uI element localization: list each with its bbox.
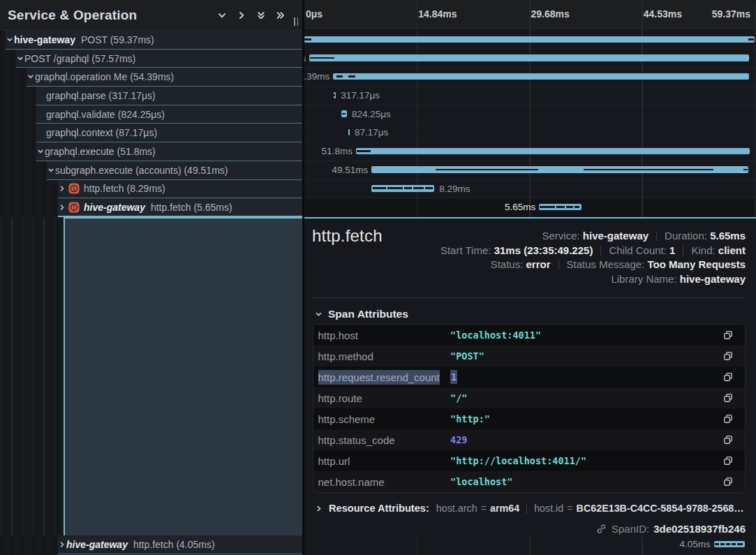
timeline-lane[interactable]: 4.05ms [304, 535, 756, 554]
span-bar[interactable] [304, 36, 755, 43]
span-detail-title: http.fetch [312, 226, 383, 246]
span-tree-row[interactable]: hive-gatewayhttp.fetch (4.05ms) [0, 535, 303, 554]
chevron-down-icon[interactable] [214, 7, 230, 24]
critical-path-mark [556, 206, 565, 208]
copy-icon[interactable] [722, 455, 734, 466]
span-name-cell: hive-gatewayPOST (59.37ms) [6, 31, 303, 50]
span-attributes-header[interactable]: Span Attributes [313, 306, 408, 322]
detail-meta-line: Start Time: 31ms (23:35:49.225)Child Cou… [440, 244, 746, 258]
panel-divider[interactable] [302, 0, 304, 555]
span-detail-meta: Service: hive-gatewayDuration: 5.65msSta… [440, 229, 746, 286]
span-tree-row[interactable]: graphql.parse (317.17μs) [0, 87, 303, 105]
chevron-down-icon [315, 311, 323, 318]
span-tree-row[interactable]: graphql.operation Me (54.39ms) [0, 68, 303, 87]
critical-path-mark [373, 187, 386, 189]
span-duration-label: 4.05ms [679, 535, 710, 554]
ruler-tick-label: 29.68ms [531, 8, 570, 20]
critical-path-mark [304, 38, 311, 40]
attribute-row[interactable]: http.scheme"http:" [313, 408, 745, 429]
timeline-lane[interactable]: 8.29ms [304, 180, 756, 199]
ruler-tick-label: 14.84ms [418, 8, 457, 20]
span-duration-label: 49.51ms [332, 161, 368, 180]
span-tree-row[interactable]: http.fetch (8.29ms) [0, 180, 303, 199]
link-icon[interactable] [596, 524, 607, 534]
copy-icon[interactable] [722, 330, 734, 341]
expander-chevron-down-icon[interactable] [6, 31, 14, 49]
timeline-lane[interactable]: 51.8ms [304, 142, 756, 161]
span-tree-row[interactable]: hive-gatewayPOST (59.37ms) [0, 31, 303, 50]
timeline-lane[interactable]: 57.57ms [304, 50, 756, 68]
attribute-key: http.route [318, 392, 362, 404]
attribute-value: "http://localhost:4011/" [450, 455, 586, 466]
detail-row-gutter [0, 217, 303, 536]
expander-chevron-down-icon[interactable] [47, 161, 55, 179]
double-chevron-right-icon[interactable] [272, 7, 289, 24]
resource-attributes-row[interactable]: Resource Attributes:host.arch=arm64host.… [313, 501, 744, 516]
tree-header: Service & Operation [0, 0, 303, 31]
span-id-label: SpanID: [612, 523, 649, 535]
error-icon [68, 202, 80, 213]
critical-path-mark [334, 94, 335, 96]
attribute-row[interactable]: http.host"localhost:4011" [313, 325, 745, 346]
span-tree-row[interactable]: graphql.validate (824.25μs) [0, 105, 303, 124]
expander-chevron-down-icon[interactable] [36, 142, 45, 161]
expander-chevron-down-icon[interactable] [27, 68, 35, 86]
span-bar[interactable] [333, 73, 748, 80]
attribute-row[interactable]: http.method"POST" [313, 346, 745, 367]
service-name: hive-gateway [84, 202, 145, 213]
column-resizer-grip[interactable] [294, 17, 298, 26]
timeline-lane[interactable] [304, 31, 756, 50]
span-tree-row[interactable]: graphql.execute (51.8ms) [0, 142, 303, 161]
span-tree-row[interactable]: subgraph.execute (accounts) (49.51ms) [0, 161, 303, 180]
resource-equals: = [567, 503, 572, 514]
timeline-lane[interactable]: 5.65ms [304, 198, 756, 217]
copy-icon[interactable] [722, 392, 734, 404]
span-bar[interactable] [539, 204, 581, 211]
span-bar[interactable] [371, 166, 748, 173]
timeline-lane[interactable]: 87.17μs [304, 124, 756, 142]
copy-icon[interactable] [722, 434, 734, 445]
span-indent [0, 161, 47, 180]
meta-value: 31ms (23:35:49.225) [494, 244, 593, 256]
span-indent [0, 31, 6, 50]
span-bar[interactable] [334, 92, 336, 99]
span-bar[interactable] [341, 110, 347, 117]
operation-label: graphql.execute (51.8ms) [45, 146, 156, 157]
span-id-value: 3de02518937fb246 [653, 523, 746, 535]
copy-icon[interactable] [722, 476, 734, 487]
double-chevron-down-icon[interactable] [253, 7, 269, 24]
resource-key: host.id [534, 503, 563, 514]
timeline-lane[interactable]: 54.39ms [304, 68, 756, 87]
span-bar[interactable] [714, 541, 745, 548]
timeline-lane[interactable]: 49.51ms [304, 161, 756, 180]
span-bar[interactable] [371, 185, 434, 192]
attribute-row[interactable]: http.route"/" [313, 387, 745, 408]
span-bar[interactable] [356, 148, 750, 155]
copy-icon[interactable] [722, 371, 734, 383]
meta-value: hive-gateway [680, 273, 746, 285]
span-tree-row[interactable]: graphql.context (87.17μs) [0, 124, 303, 142]
timeline-lane[interactable]: 317.17μs [304, 87, 756, 105]
span-bar[interactable] [348, 129, 350, 136]
meta-value: 5.65ms [710, 230, 746, 242]
attribute-row[interactable]: http.status_code429 [313, 429, 745, 450]
attribute-value: "POST" [450, 350, 484, 362]
attribute-row[interactable]: http.request.resend_count1 [313, 367, 745, 387]
expander-chevron-right-icon[interactable] [58, 535, 66, 554]
copy-icon[interactable] [722, 413, 734, 424]
span-bar[interactable] [309, 54, 749, 61]
attribute-row[interactable]: net.host.name"localhost" [313, 471, 745, 492]
span-tree-row[interactable]: POST /graphql (57.57ms) [0, 50, 303, 68]
attribute-row[interactable]: http.url"http://localhost:4011/" [313, 450, 745, 471]
meta-separator [600, 246, 601, 256]
span-tree-row[interactable]: hive-gatewayhttp.fetch (5.65ms) [0, 198, 303, 217]
operation-label: subgraph.execute (accounts) (49.51ms) [55, 165, 228, 176]
timeline-lane[interactable]: 824.25μs [304, 105, 756, 124]
chevron-right-icon[interactable] [233, 7, 250, 24]
expander-chevron-down-icon[interactable] [16, 50, 24, 68]
expander-chevron-right-icon[interactable] [58, 198, 66, 216]
copy-icon[interactable] [722, 350, 734, 362]
expander-chevron-right-icon[interactable] [58, 180, 66, 198]
critical-path-mark [425, 187, 433, 189]
meta-label: Library Name: [611, 273, 679, 285]
